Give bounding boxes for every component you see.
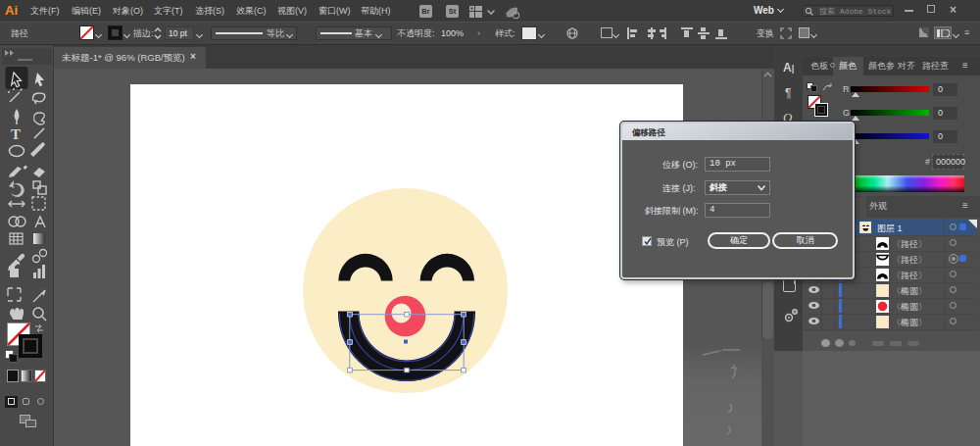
svg-text:T: T — [11, 126, 21, 142]
